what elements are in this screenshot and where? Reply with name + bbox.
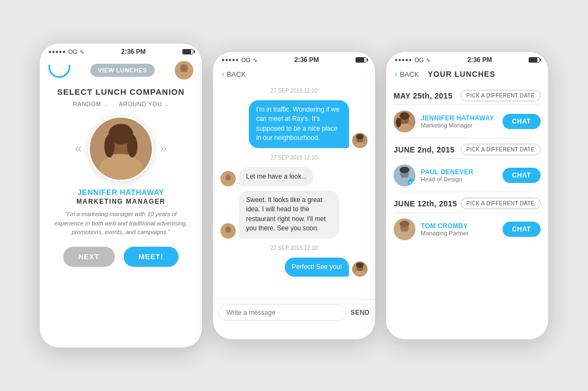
time-3: 2:36 PM (467, 56, 492, 64)
time-2: 2:36 PM (294, 56, 318, 64)
back-chevron-3: ‹ (395, 69, 397, 79)
chat-messages: 27 SEP 2015 12:10 I'm in traffic. Wonder… (213, 83, 375, 300)
carrier-2: OG (241, 57, 250, 63)
phone-screen-3: ●●●●● OG ∿ 2:36 PM ‹ BACK YOUR LUNCHES (385, 51, 549, 340)
lunch-avatar-1 (394, 111, 415, 132)
status-left-2: ●●●●● OG ∿ (222, 57, 258, 64)
signal-dots-3: ●●●●● (395, 57, 412, 63)
back-nav-3[interactable]: ‹ BACK (395, 69, 419, 79)
sender-avatar-4 (352, 261, 367, 277)
status-left-3: ●●●●● OG ∿ (395, 57, 431, 64)
lunch-role-3: Managing Partner (421, 230, 497, 236)
screens-container: ●●●●● OG ∿ 2:36 PM VIEW LUNCHES (39, 43, 549, 348)
status-bar-2: ●●●●● OG ∿ 2:36 PM (213, 52, 375, 66)
select-companion-title: SELECT LUNCH COMPANION (40, 87, 202, 96)
chevron-down-around: ⌄ (164, 101, 169, 107)
logo-smile (48, 65, 70, 78)
lunch-name-3: TOM CROMBY (421, 222, 497, 230)
message-3: Sweet. It looks like a great idea. I wil… (220, 191, 367, 239)
next-arrow[interactable]: » (154, 142, 173, 156)
filter-around[interactable]: AROUND YOU ⌄ (119, 101, 169, 107)
your-lunches-title: YOUR LUNCHES (428, 70, 495, 78)
lunch-item-3: TOM CROMBY Managing Partner CHAT (394, 213, 541, 246)
bubble-sent-1: I'm in traffic. Wondering if we can meet… (249, 100, 349, 148)
receiver-avatar-3 (220, 223, 236, 239)
chat-input-row: SEND (213, 300, 375, 325)
svg-point-1 (180, 64, 188, 73)
filter-random-label: RANDOM (73, 101, 101, 107)
wifi-icon-1: ∿ (79, 48, 84, 56)
meet-button[interactable]: MEET! (124, 247, 179, 267)
chat-button-3[interactable]: CHAT (503, 222, 541, 237)
message-4: Perfect! See you! (220, 258, 367, 277)
battery-icon-1 (182, 49, 193, 54)
lunch-date-row-1: MAY 25th, 2015 PICK A DIFFERENT DATE (394, 84, 541, 105)
lunch-item-2: +1 PAUL DENEVER Head of Design CHAT (394, 159, 541, 192)
receiver-avatar-2 (220, 171, 236, 186)
phone-screen-1: ●●●●● OG ∿ 2:36 PM VIEW LUNCHES (39, 43, 203, 348)
svg-point-22 (356, 262, 364, 268)
status-left-1: ●●●●● OG ∿ (48, 48, 84, 56)
screen1-header: VIEW LUNCHES (40, 58, 202, 85)
view-lunches-button[interactable]: VIEW LUNCHES (90, 64, 155, 77)
signal-dots-1: ●●●●● (48, 49, 66, 54)
next-button[interactable]: NEXT (63, 247, 115, 267)
chat-button-1[interactable]: CHAT (503, 114, 541, 129)
phone-screen-2: ●●●●● OG ∿ 2:36 PM ‹ BACK 27 SEP 2015 12… (212, 51, 376, 340)
lunch-date-2: JUNE 2nd, 2015 (394, 145, 455, 154)
svg-point-14 (225, 174, 231, 181)
svg-point-7 (105, 135, 115, 157)
send-button[interactable]: SEND (351, 309, 370, 316)
lunch-date-row-3: JUNE 12th, 2015 PICK A DIFFERENT DATE (394, 192, 541, 213)
sender-avatar-1 (352, 133, 367, 148)
status-bar-1: ●●●●● OG ∿ 2:36 PM (40, 44, 202, 58)
pick-date-button-1[interactable]: PICK A DIFFERENT DATE (461, 90, 541, 101)
signal-dots-2: ●●●●● (222, 57, 239, 63)
svg-point-27 (396, 118, 401, 127)
back-label-2: BACK (226, 70, 246, 78)
profile-avatar-large (88, 116, 154, 181)
lunch-role-1: Marketing Manager (421, 122, 497, 129)
battery-icon-2 (356, 57, 366, 63)
status-right-2 (356, 57, 366, 63)
lunch-item-1: JENNIFER HATHAWAY Marketing Manager CHAT (394, 105, 541, 138)
svg-point-12 (356, 134, 364, 139)
pick-date-button-3[interactable]: PICK A DIFFERENT DATE (461, 198, 541, 209)
bubble-received-3: Sweet. It looks like a great idea. I wil… (239, 191, 339, 239)
svg-point-31 (400, 167, 409, 173)
wifi-icon-3: ∿ (426, 57, 431, 64)
pick-date-button-2[interactable]: PICK A DIFFERENT DATE (461, 144, 541, 155)
lunch-date-3: JUNE 12th, 2015 (394, 199, 457, 208)
back-chevron-2: ‹ (222, 69, 224, 79)
lunch-name-2: PAUL DENEVER (421, 168, 497, 176)
svg-point-17 (225, 227, 231, 233)
message-input[interactable] (218, 304, 346, 321)
timestamp-2: 27 SEP 2015 12:10 (220, 155, 367, 161)
your-lunches-header: ‹ BACK YOUR LUNCHES (386, 66, 548, 84)
filter-around-label: AROUND YOU (119, 101, 162, 107)
svg-point-8 (127, 135, 137, 157)
back-nav-2[interactable]: ‹ BACK (213, 66, 375, 83)
status-right-1 (182, 49, 193, 54)
action-row: NEXT MEET! (40, 241, 202, 276)
chat-button-2[interactable]: CHAT (503, 168, 541, 183)
message-2: Let me have a look... (220, 167, 367, 186)
carrier-3: OG (414, 57, 424, 63)
message-1: I'm in traffic. Wondering if we can meet… (220, 100, 367, 148)
battery-icon-3 (529, 57, 540, 63)
profile-name: JENNIFER HATHAWAY (40, 188, 202, 197)
status-bar-3: ●●●●● OG ∿ 2:36 PM (386, 52, 548, 66)
filter-random[interactable]: RANDOM ⌄ (73, 101, 108, 107)
bubble-sent-4: Perfect! See you! (285, 258, 349, 277)
prev-arrow[interactable]: « (69, 142, 88, 156)
lunch-name-1: JENNIFER HATHAWAY (421, 114, 497, 122)
lunch-sections: MAY 25th, 2015 PICK A DIFFERENT DATE JEN… (386, 84, 548, 246)
status-right-3 (529, 57, 540, 63)
plus-badge-2: +1 (408, 179, 415, 186)
lunch-avatar-3 (394, 218, 415, 240)
bubble-received-2: Let me have a look... (239, 167, 314, 186)
timestamp-1: 27 SEP 2015 12:10 (220, 88, 367, 94)
profile-job-title: MARKETING MANAGER (40, 198, 202, 205)
header-avatar[interactable] (175, 61, 193, 80)
svg-point-26 (400, 112, 409, 120)
